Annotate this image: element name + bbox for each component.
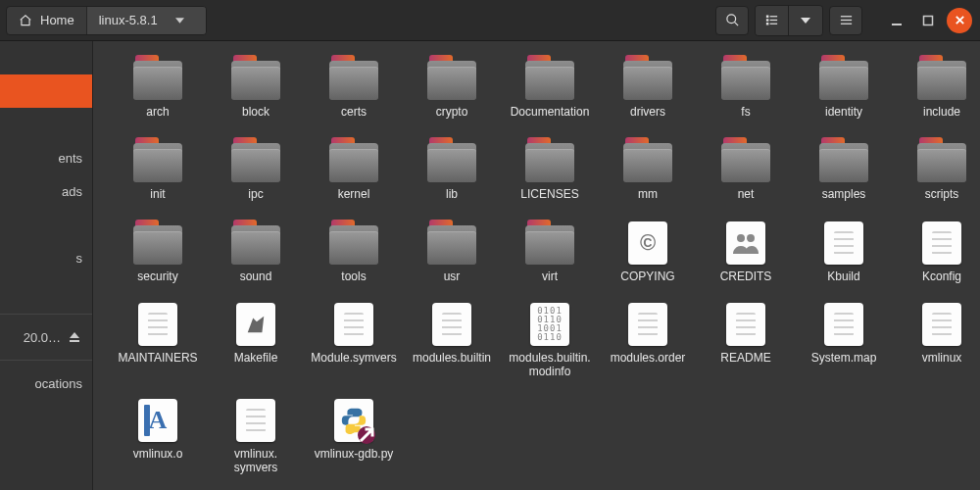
text-file-icon xyxy=(726,303,765,346)
binary-file-icon: 0101011010010110 xyxy=(530,303,569,346)
file-label: mm xyxy=(638,188,658,202)
file-item[interactable]: Documentation xyxy=(507,55,593,120)
file-item[interactable]: scripts xyxy=(899,137,980,202)
view-options-button[interactable] xyxy=(789,6,822,35)
svg-rect-11 xyxy=(892,24,902,25)
file-item[interactable]: security xyxy=(115,220,201,284)
file-label: fs xyxy=(741,106,750,120)
close-button[interactable] xyxy=(947,8,972,33)
sidebar-item[interactable] xyxy=(0,108,92,141)
folder-icon xyxy=(522,55,577,102)
file-item[interactable]: mm xyxy=(605,137,691,202)
sidebar-item[interactable] xyxy=(0,74,92,108)
file-label: identity xyxy=(825,106,862,120)
file-item[interactable]: drivers xyxy=(605,55,691,120)
minimize-button[interactable] xyxy=(884,8,909,33)
sidebar-item[interactable]: ents xyxy=(0,141,92,174)
file-item[interactable]: crypto xyxy=(409,55,495,120)
file-item[interactable]: virt xyxy=(507,220,593,284)
sidebar-item-label: ocations xyxy=(35,376,82,391)
maximize-icon xyxy=(922,15,934,26)
svg-point-17 xyxy=(747,234,755,242)
file-item[interactable]: net xyxy=(703,137,789,202)
text-file-icon xyxy=(824,221,863,265)
file-item[interactable]: vmlinux xyxy=(899,301,980,379)
file-item[interactable]: modules.builtin xyxy=(409,301,495,379)
file-item[interactable]: MAINTAINERS xyxy=(115,301,201,379)
file-item[interactable]: tools xyxy=(311,220,397,284)
file-label: Module.symvers xyxy=(311,352,396,366)
file-item[interactable]: lib xyxy=(409,137,495,202)
file-item[interactable]: arch xyxy=(115,55,201,120)
file-item[interactable]: LICENSES xyxy=(507,137,593,202)
folder-icon xyxy=(914,137,969,184)
file-item[interactable]: 0101011010010110modules.builtin.modinfo xyxy=(507,301,593,379)
svg-rect-15 xyxy=(70,340,79,342)
file-item[interactable]: ipc xyxy=(213,137,299,202)
folder-icon xyxy=(522,137,577,184)
file-item[interactable]: kernel xyxy=(311,137,397,202)
file-item[interactable]: fs xyxy=(703,55,789,120)
folder-icon xyxy=(326,220,381,267)
folder-icon xyxy=(718,137,773,184)
file-item[interactable]: identity xyxy=(801,55,887,120)
file-label: tools xyxy=(341,270,366,284)
file-item[interactable]: Kbuild xyxy=(801,220,887,284)
svg-rect-5 xyxy=(770,16,778,17)
sidebar-item[interactable] xyxy=(0,41,92,74)
maximize-button[interactable] xyxy=(915,8,941,33)
file-label: modules.order xyxy=(611,352,686,366)
file-item[interactable]: README xyxy=(703,301,789,379)
file-item[interactable]: samples xyxy=(801,137,887,202)
file-item[interactable]: init xyxy=(115,137,201,202)
file-item[interactable]: Kconfig xyxy=(899,220,980,284)
path-current[interactable]: linux-5.8.1 xyxy=(87,7,206,34)
sidebar-item[interactable] xyxy=(0,208,92,241)
file-item[interactable]: block xyxy=(213,55,299,120)
file-item[interactable]: sound xyxy=(213,220,299,284)
svg-point-0 xyxy=(726,15,735,24)
text-file-icon xyxy=(236,399,275,442)
file-item[interactable]: CREDITS xyxy=(703,220,789,284)
file-item[interactable]: modules.order xyxy=(605,301,691,379)
hamburger-button[interactable] xyxy=(829,6,862,35)
folder-icon xyxy=(620,137,675,184)
folder-icon xyxy=(326,137,381,184)
file-item[interactable]: certs xyxy=(311,55,397,120)
text-file-icon xyxy=(922,303,961,346)
sidebar-item[interactable] xyxy=(0,274,92,308)
file-item[interactable]: Module.symvers xyxy=(311,301,397,379)
copyright-file-icon: © xyxy=(628,221,667,265)
file-item[interactable]: include xyxy=(899,55,980,120)
sidebar-item[interactable]: ads xyxy=(0,174,92,208)
content-area[interactable]: archblockcertscryptoDocumentationdrivers… xyxy=(93,41,980,490)
file-item[interactable]: ©COPYING xyxy=(605,220,691,284)
svg-rect-12 xyxy=(924,16,933,24)
folder-icon xyxy=(130,137,185,184)
list-view-button[interactable] xyxy=(756,6,789,35)
sidebar-item[interactable]: s xyxy=(0,241,92,274)
file-label: MAINTAINERS xyxy=(118,352,197,366)
folder-icon xyxy=(326,55,381,102)
eject-icon[interactable] xyxy=(67,329,82,345)
file-item[interactable]: usr xyxy=(409,220,495,284)
folder-icon xyxy=(228,137,283,184)
file-label: samples xyxy=(822,188,866,202)
file-label: CREDITS xyxy=(720,270,772,284)
file-item[interactable]: vmlinux.symvers xyxy=(213,397,299,475)
path-home[interactable]: Home xyxy=(7,7,87,34)
file-label: security xyxy=(137,270,177,284)
sidebar-item[interactable]: ocations xyxy=(0,367,92,400)
file-item[interactable]: System.map xyxy=(801,301,887,379)
file-item[interactable]: Makefile xyxy=(213,301,299,379)
folder-icon xyxy=(424,55,479,102)
sidebar-item-label: 20.0… xyxy=(24,330,61,345)
sidebar-item[interactable]: 20.0… xyxy=(0,320,92,354)
sidebar-item-label: ents xyxy=(58,151,82,166)
file-label: vmlinux-gdb.py xyxy=(315,448,394,462)
file-label: Kbuild xyxy=(827,270,859,284)
search-button[interactable] xyxy=(715,6,749,35)
file-label: arch xyxy=(146,106,169,120)
file-item[interactable]: Avmlinux.o xyxy=(115,397,201,475)
file-item[interactable]: vmlinux-gdb.py xyxy=(311,397,397,475)
